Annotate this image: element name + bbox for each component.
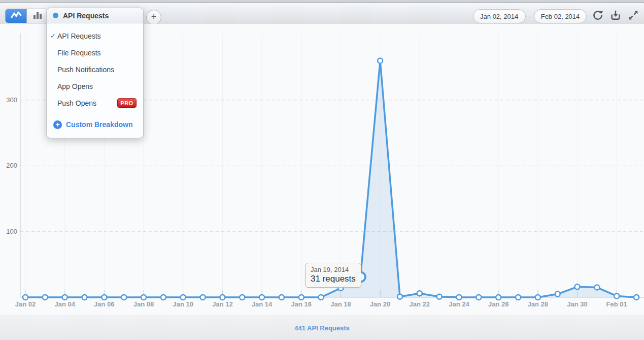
date-range-separator: -: [529, 13, 531, 20]
summary-footer: 441 API Requests: [0, 316, 644, 340]
plus-circle-icon: +: [53, 120, 62, 129]
x-axis-label: Jan 24: [443, 300, 475, 308]
data-point[interactable]: [397, 294, 402, 299]
data-point[interactable]: [220, 295, 225, 300]
x-axis-label: Jan 10: [167, 300, 199, 308]
check-icon: ✓: [50, 32, 56, 40]
data-point[interactable]: [141, 295, 146, 300]
bar-chart-icon: [32, 11, 43, 22]
data-point[interactable]: [43, 295, 48, 300]
data-point[interactable]: [496, 295, 501, 300]
custom-breakdown-button[interactable]: + Custom Breakdown: [47, 114, 143, 135]
menu-item-label: Push Opens: [57, 99, 96, 107]
x-axis-label: Jan 02: [9, 300, 42, 308]
data-point[interactable]: [575, 284, 580, 289]
menu-item-label: App Opens: [57, 82, 93, 90]
data-point[interactable]: [181, 295, 186, 300]
x-axis-label: Jan 28: [522, 300, 554, 308]
data-point[interactable]: [279, 295, 284, 300]
end-date-input[interactable]: Feb 02, 2014: [534, 9, 587, 23]
x-axis-label: Jan 26: [482, 300, 515, 308]
menu-item-file-requests[interactable]: File Requests: [47, 44, 143, 61]
x-axis-label: Jan 30: [561, 300, 594, 308]
metric-dropdown-button[interactable]: API Requests: [47, 8, 143, 23]
x-axis-label: Jan 06: [88, 300, 120, 308]
data-point[interactable]: [555, 292, 560, 297]
expand-icon: [628, 10, 639, 23]
download-button[interactable]: [609, 10, 622, 23]
chart-tooltip: Jan 19, 2014 31 requests: [305, 263, 361, 288]
total-requests-label: 441 API Requests: [294, 324, 350, 332]
add-metric-button[interactable]: +: [146, 10, 161, 25]
data-point[interactable]: [62, 295, 67, 300]
x-axis-label: Jan 04: [49, 300, 81, 308]
window-top-strip: [0, 0, 644, 3]
data-point[interactable]: [23, 295, 28, 300]
pro-badge: PRO: [117, 98, 137, 108]
data-point[interactable]: [121, 295, 126, 300]
download-icon: [610, 10, 621, 23]
x-axis-label: Jan 18: [324, 300, 357, 308]
y-axis-label: 100: [0, 228, 17, 235]
menu-item-label: File Requests: [57, 49, 101, 57]
refresh-button[interactable]: [591, 10, 604, 23]
tooltip-value: 31 requests: [311, 274, 356, 284]
data-point[interactable]: [535, 295, 540, 300]
menu-item-push-notifications[interactable]: Push Notifications: [47, 61, 143, 78]
bar-chart-toggle-button[interactable]: [26, 9, 48, 23]
data-point[interactable]: [161, 295, 166, 300]
x-axis-label: Jan 08: [127, 300, 160, 308]
menu-item-push-opens[interactable]: Push Opens PRO: [47, 95, 143, 111]
menu-item-api-requests[interactable]: ✓ API Requests: [47, 27, 143, 44]
date-range-tools: Jan 02, 2014 - Feb 02, 2014: [473, 9, 640, 24]
x-axis-label: Feb 01: [600, 300, 633, 308]
start-date-input[interactable]: Jan 02, 2014: [473, 9, 526, 23]
menu-item-label: API Requests: [57, 32, 101, 40]
menu-item-app-opens[interactable]: App Opens: [47, 78, 143, 95]
tooltip-date: Jan 19, 2014: [311, 266, 356, 273]
x-axis-label: Jan 20: [364, 300, 396, 308]
data-point[interactable]: [634, 295, 639, 300]
data-point[interactable]: [378, 58, 383, 63]
selected-metric-label: API Requests: [63, 12, 109, 20]
data-point[interactable]: [476, 295, 481, 300]
data-point[interactable]: [259, 295, 264, 300]
x-axis-label: Jan 14: [246, 300, 278, 308]
line-chart-toggle-button[interactable]: [6, 9, 26, 23]
x-axis-label: Jan 22: [403, 300, 436, 308]
y-axis-label: 300: [0, 96, 17, 104]
data-point[interactable]: [299, 295, 304, 300]
expand-button[interactable]: [627, 10, 640, 23]
data-point[interactable]: [437, 294, 442, 299]
data-point[interactable]: [319, 295, 324, 300]
data-point[interactable]: [516, 295, 521, 300]
data-point[interactable]: [82, 295, 87, 300]
blue-dot-icon: [53, 13, 58, 18]
y-axis-label: 200: [0, 162, 17, 169]
refresh-icon: [592, 10, 603, 23]
data-point[interactable]: [456, 295, 461, 300]
metric-dropdown-panel: API Requests ✓ API Requests File Request…: [46, 8, 144, 138]
data-point[interactable]: [594, 285, 599, 290]
data-point[interactable]: [200, 295, 206, 300]
metric-menu: ✓ API Requests File Requests Push Notifi…: [47, 23, 143, 138]
custom-breakdown-label: Custom Breakdown: [66, 120, 132, 129]
data-point[interactable]: [417, 291, 422, 296]
line-chart-icon: [10, 11, 22, 22]
chart-type-segmented-control: [5, 9, 48, 23]
menu-item-label: Push Notifications: [57, 66, 114, 74]
x-axis-label: Jan 12: [206, 300, 239, 308]
data-point[interactable]: [240, 295, 245, 300]
analytics-window: + Jan 02, 2014 - Feb 02, 2014: [0, 0, 644, 340]
data-point[interactable]: [101, 295, 107, 300]
x-axis-label: Jan 16: [285, 300, 318, 308]
data-point[interactable]: [614, 293, 619, 298]
